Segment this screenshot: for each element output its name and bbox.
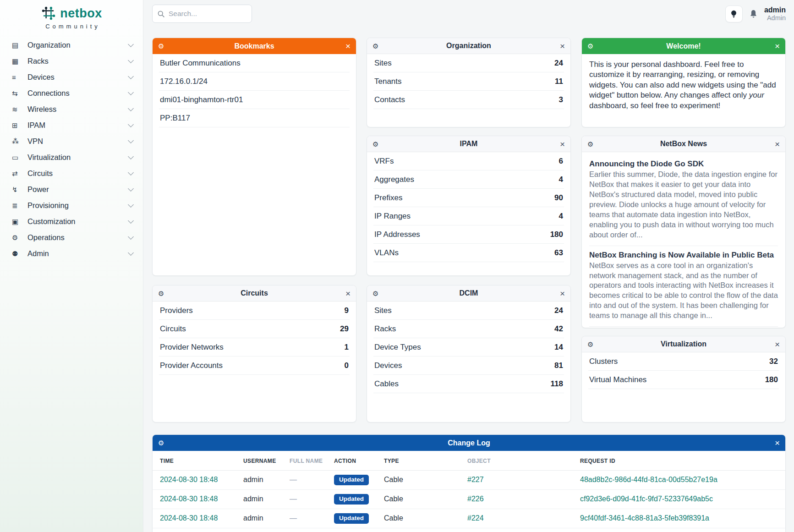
bookmark-link[interactable]: PP:B117 <box>160 114 190 123</box>
wireless-icon: ≋ <box>12 105 27 114</box>
widget-title: IPAM <box>367 140 570 148</box>
widget-config-gear-icon[interactable]: ⚙ <box>158 43 164 49</box>
organization-stat-link[interactable]: Contacts <box>374 95 405 104</box>
netbox-logo[interactable]: netbox Community <box>0 0 143 30</box>
sidebar-item-label: Customization <box>27 217 129 226</box>
widget-close-icon[interactable]: × <box>345 289 350 298</box>
item-count: 29 <box>340 324 349 334</box>
organization-stat-link[interactable]: Tenants <box>374 77 402 86</box>
changelog-object-link[interactable]: #224 <box>467 514 484 522</box>
item-count: 180 <box>765 375 778 384</box>
circuits-stat-link[interactable]: Provider Accounts <box>160 361 223 370</box>
user-name: admin <box>764 6 786 14</box>
list-item: Sites24 <box>373 302 564 320</box>
widget-close-icon[interactable]: × <box>775 140 780 148</box>
virtualization-stat-link[interactable]: Virtual Machines <box>589 375 646 384</box>
widget-close-icon[interactable]: × <box>345 42 350 50</box>
chevron-down-icon <box>128 154 134 159</box>
circuits-stat-link[interactable]: Circuits <box>160 324 186 334</box>
widget-close-icon[interactable]: × <box>560 42 565 50</box>
chevron-down-icon <box>128 89 134 95</box>
widget-close-icon[interactable]: × <box>775 439 780 447</box>
widget-config-gear-icon[interactable]: ⚙ <box>587 141 593 148</box>
chevron-down-icon <box>128 202 134 208</box>
chevron-down-icon <box>128 41 134 47</box>
organization-stat-link[interactable]: Sites <box>374 59 392 68</box>
news-headline-link[interactable]: Announcing the Diode Go SDK <box>589 159 778 169</box>
sidebar-item-customization[interactable]: ▣Customization <box>0 214 143 230</box>
widget-circuits: ⚙ Circuits × Providers9Circuits29Provide… <box>152 285 356 422</box>
news-headline-link[interactable]: NetBox Branching is Now Available in Pub… <box>589 251 778 260</box>
ipam-stat-link[interactable]: VLANs <box>374 248 399 258</box>
widget-close-icon[interactable]: × <box>775 340 780 349</box>
list-item: VLANs63 <box>373 244 564 262</box>
sidebar-item-admin[interactable]: ⚉Admin <box>0 246 143 262</box>
sidebar-item-provisioning[interactable]: ≣Provisioning <box>0 197 143 214</box>
changelog-time-link[interactable]: 2024-08-30 18:48 <box>160 476 218 483</box>
list-item: Prefixes90 <box>373 189 564 207</box>
sidebar-item-power[interactable]: ↯Power <box>0 181 143 197</box>
widget-close-icon[interactable]: × <box>560 289 565 298</box>
search-input[interactable] <box>169 10 247 18</box>
widget-title: Virtualization <box>582 340 785 348</box>
circuits-stat-link[interactable]: Providers <box>160 306 193 315</box>
sidebar-item-wireless[interactable]: ≋Wireless <box>0 101 143 117</box>
widget-config-gear-icon[interactable]: ⚙ <box>372 43 378 49</box>
bookmark-link[interactable]: dmi01-binghamton-rtr01 <box>160 95 243 104</box>
circuits-stat-link[interactable]: Provider Networks <box>160 343 224 352</box>
widget-config-gear-icon[interactable]: ⚙ <box>158 439 164 446</box>
widget-config-gear-icon[interactable]: ⚙ <box>587 341 593 348</box>
sidebar-item-virtualization[interactable]: ▭Virtualization <box>0 149 143 165</box>
sidebar-item-circuits[interactable]: ⇄Circuits <box>0 165 143 181</box>
bookmark-link[interactable]: 172.16.0.1/24 <box>160 77 208 86</box>
changelog-request-id-link[interactable]: 9cf40fdf-3461-4c88-81a3-5feb39f8391a <box>580 514 709 522</box>
sidebar-item-vpn[interactable]: ⁂VPN <box>0 133 143 149</box>
welcome-text: This is your personal dashboard. Feel fr… <box>582 54 785 116</box>
dcim-stat-link[interactable]: Device Types <box>374 343 421 352</box>
changelog-time-link[interactable]: 2024-08-30 18:48 <box>160 495 218 503</box>
widget-config-gear-icon[interactable]: ⚙ <box>158 290 164 297</box>
widget-config-gear-icon[interactable]: ⚙ <box>372 141 378 148</box>
news-summary: NetBox serves as a core tool in an organ… <box>589 261 778 321</box>
widget-organization-header: ⚙ Organization × <box>367 38 570 54</box>
sidebar-item-organization[interactable]: ▤Organization <box>0 37 143 53</box>
notifications-bell-icon[interactable] <box>749 9 758 19</box>
changelog-request-id-link[interactable]: cf92d3e6-d09d-41fc-9fd7-52337649ab5c <box>580 495 713 503</box>
ipam-stat-link[interactable]: Prefixes <box>374 193 402 203</box>
main-content: admin Admin ⚙ Bookmarks × Butler Communi… <box>143 0 794 532</box>
list-item: Devices81 <box>373 356 564 375</box>
bookmark-link[interactable]: Butler Communications <box>160 59 241 68</box>
customization-icon: ▣ <box>12 218 27 226</box>
changelog-object-link[interactable]: #227 <box>467 476 484 483</box>
changelog-time-link[interactable]: 2024-08-30 18:48 <box>160 514 218 522</box>
dcim-stat-link[interactable]: Racks <box>374 324 396 334</box>
list-item: Contacts3 <box>373 91 564 109</box>
theme-toggle-button[interactable] <box>725 5 743 22</box>
widget-config-gear-icon[interactable]: ⚙ <box>587 43 593 49</box>
changelog-request-id-link[interactable]: 48ad8b2c-986d-44fd-81ca-00d55b27e19a <box>580 476 717 483</box>
ipam-stat-link[interactable]: Aggregates <box>374 175 414 184</box>
sidebar-item-connections[interactable]: ⇆Connections <box>0 85 143 101</box>
sidebar-item-ipam[interactable]: ⊞IPAM <box>0 117 143 133</box>
dcim-stat-link[interactable]: Sites <box>374 306 392 315</box>
chevron-down-icon <box>128 218 134 224</box>
ipam-stat-link[interactable]: IP Addresses <box>374 230 420 239</box>
widget-close-icon[interactable]: × <box>560 140 565 148</box>
sidebar-item-racks[interactable]: ▦Racks <box>0 53 143 69</box>
changelog-object-link[interactable]: #226 <box>467 495 484 503</box>
virtualization-stat-link[interactable]: Clusters <box>589 357 618 366</box>
sidebar-item-devices[interactable]: ≡Devices <box>0 69 143 85</box>
widget-close-icon[interactable]: × <box>775 42 780 50</box>
ipam-stat-link[interactable]: IP Ranges <box>374 212 411 221</box>
user-menu[interactable]: admin Admin <box>764 6 786 22</box>
list-item: PP:B117 <box>159 109 350 127</box>
dcim-stat-link[interactable]: Devices <box>374 361 402 370</box>
widget-config-gear-icon[interactable]: ⚙ <box>372 290 378 297</box>
dcim-stat-link[interactable]: Cables <box>374 379 399 389</box>
ipam-stat-link[interactable]: VRFs <box>374 157 394 166</box>
circuits-icon: ⇄ <box>12 170 27 178</box>
table-row: 2024-08-30 18:48admin—UpdatedCable#2249c… <box>153 509 785 528</box>
changelog-fullname: — <box>290 495 297 503</box>
brand-tagline: Community <box>0 23 143 30</box>
sidebar-item-operations[interactable]: ⚙Operations <box>0 230 143 246</box>
